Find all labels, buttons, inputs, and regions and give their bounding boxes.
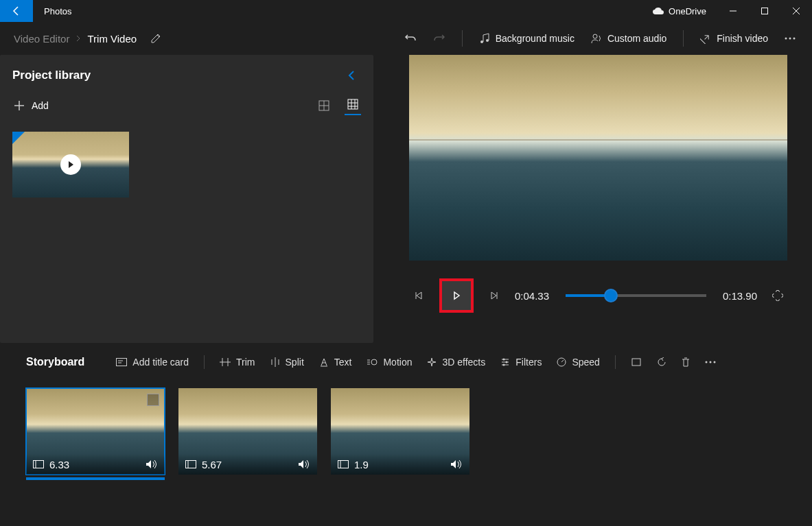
maximize-button[interactable] xyxy=(749,0,780,22)
onedrive-status[interactable]: OneDrive xyxy=(641,0,717,22)
background-music-button[interactable]: Background music xyxy=(479,33,575,44)
preview-panel: 0:04.33 0:13.90 xyxy=(373,55,812,343)
3d-effects-label: 3D effects xyxy=(442,357,485,368)
view-large-button[interactable] xyxy=(316,97,332,114)
svg-point-7 xyxy=(793,38,796,40)
trim-button[interactable]: Trim xyxy=(220,357,255,368)
storyboard-more-button[interactable] xyxy=(705,361,716,363)
volume-icon[interactable] xyxy=(146,459,158,469)
svg-rect-48 xyxy=(338,461,349,468)
clip-duration: 6.33 xyxy=(49,459,69,470)
ellipsis-icon xyxy=(705,361,716,363)
back-button[interactable] xyxy=(0,0,33,22)
project-library: Project library Add xyxy=(0,55,373,343)
step-forward-button[interactable] xyxy=(485,286,504,305)
video-preview[interactable] xyxy=(409,55,787,261)
video-icon xyxy=(33,460,44,468)
filters-button[interactable]: Filters xyxy=(500,357,542,368)
rotate-icon xyxy=(657,357,666,367)
motion-label: Motion xyxy=(383,357,412,368)
finish-video-button[interactable]: Finish video xyxy=(700,33,768,44)
svg-point-5 xyxy=(785,38,787,40)
svg-point-36 xyxy=(506,361,508,363)
breadcrumb-bar: Video Editor Trim Video Background music… xyxy=(0,22,812,55)
rename-button[interactable] xyxy=(150,33,161,44)
onedrive-label: OneDrive xyxy=(669,6,706,16)
main-content: Project library Add xyxy=(0,55,812,343)
delete-button[interactable] xyxy=(682,357,690,367)
speed-button[interactable]: Speed xyxy=(557,357,599,368)
svg-point-28 xyxy=(371,359,377,365)
total-time: 0:13.90 xyxy=(723,290,757,302)
chevron-left-icon xyxy=(347,70,356,81)
cloud-icon xyxy=(652,7,664,15)
fullscreen-button[interactable] xyxy=(768,286,787,305)
undo-icon xyxy=(404,32,417,45)
rotate-button[interactable] xyxy=(657,357,666,367)
add-media-button[interactable]: Add xyxy=(12,97,50,114)
speed-label: Speed xyxy=(572,357,599,368)
play-button[interactable] xyxy=(439,278,474,313)
maximize-icon xyxy=(761,8,768,14)
step-back-icon xyxy=(414,291,424,300)
more-button[interactable] xyxy=(785,37,796,40)
step-back-button[interactable] xyxy=(409,286,428,305)
text-icon xyxy=(319,357,329,367)
storyboard-clips: 6.33 5.67 1.9 xyxy=(26,388,786,475)
grid-large-icon xyxy=(318,100,329,111)
storyboard-clip[interactable]: 1.9 xyxy=(331,388,469,475)
library-clip[interactable] xyxy=(12,132,129,198)
svg-line-39 xyxy=(561,360,564,362)
breadcrumb-root[interactable]: Video Editor xyxy=(8,33,75,45)
speed-icon xyxy=(557,357,566,367)
filters-icon xyxy=(500,357,510,367)
storyboard-clip[interactable]: 6.33 xyxy=(26,388,165,475)
svg-point-35 xyxy=(503,359,505,361)
play-icon xyxy=(452,291,461,300)
storyboard-title: Storyboard xyxy=(26,356,84,368)
seek-bar[interactable] xyxy=(566,294,706,297)
svg-rect-44 xyxy=(34,461,44,468)
video-icon xyxy=(338,460,349,468)
svg-point-42 xyxy=(709,361,711,363)
3d-effects-button[interactable]: 3D effects xyxy=(427,357,485,368)
view-small-button[interactable] xyxy=(345,96,361,115)
svg-point-6 xyxy=(789,38,791,40)
redo-button[interactable] xyxy=(433,32,445,45)
ellipsis-icon xyxy=(785,37,796,40)
resize-button[interactable] xyxy=(631,357,642,367)
svg-rect-11 xyxy=(348,99,358,109)
volume-icon[interactable] xyxy=(298,459,310,469)
chevron-right-icon xyxy=(75,35,82,42)
add-title-card-button[interactable]: Add title card xyxy=(116,357,189,368)
svg-point-2 xyxy=(480,40,483,43)
text-label: Text xyxy=(334,357,352,368)
split-button[interactable]: Split xyxy=(270,357,304,368)
clip-duration: 5.67 xyxy=(202,459,222,470)
custom-audio-button[interactable]: Custom audio xyxy=(591,33,666,44)
window-controls xyxy=(717,0,812,22)
storyboard-clip[interactable]: 5.67 xyxy=(178,388,317,475)
close-button[interactable] xyxy=(780,0,812,22)
breadcrumb-current: Trim Video xyxy=(82,33,142,45)
storyboard-toolbar: Storyboard Add title card Trim Split Tex… xyxy=(26,355,786,369)
svg-rect-46 xyxy=(186,461,196,468)
minimize-button[interactable] xyxy=(717,0,749,22)
motion-button[interactable]: Motion xyxy=(367,357,412,368)
clip-checkbox[interactable] xyxy=(147,394,159,406)
motion-icon xyxy=(367,357,378,367)
person-audio-icon xyxy=(591,33,602,44)
step-forward-icon xyxy=(489,291,499,300)
undo-button[interactable] xyxy=(404,32,417,45)
plus-icon xyxy=(14,100,25,111)
svg-point-3 xyxy=(486,39,489,42)
app-title: Photos xyxy=(33,0,82,22)
seek-thumb[interactable] xyxy=(604,289,618,302)
text-button[interactable]: Text xyxy=(319,357,352,368)
pencil-icon xyxy=(150,33,161,44)
minimize-icon xyxy=(730,8,736,14)
collapse-library-button[interactable] xyxy=(342,66,361,85)
storyboard-panel: Storyboard Add title card Trim Split Tex… xyxy=(0,343,812,475)
volume-icon[interactable] xyxy=(450,459,463,469)
trim-icon xyxy=(220,357,231,367)
